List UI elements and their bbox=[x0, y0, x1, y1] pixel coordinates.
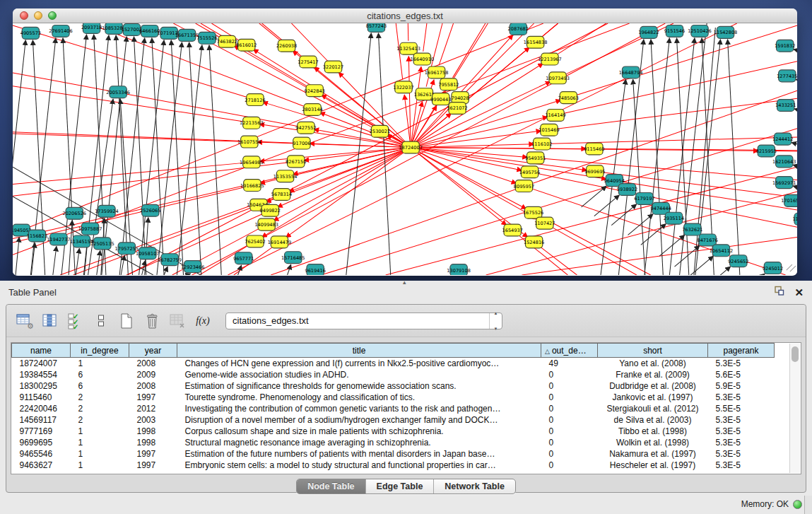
cell-short[interactable]: Hescheler et al. (1997) bbox=[598, 460, 708, 471]
graph-node[interactable]: 9699695 bbox=[584, 165, 605, 177]
graph-node[interactable]: 10654112 bbox=[710, 245, 734, 257]
graph-node[interactable]: 9499822 bbox=[260, 204, 281, 216]
cell-name[interactable]: 9777169 bbox=[12, 426, 71, 437]
graph-node[interactable]: 1433251 bbox=[775, 100, 796, 112]
graph-node[interactable]: 16210643 bbox=[772, 156, 796, 168]
table-row[interactable]: 1456911722003Disruption of a novel membe… bbox=[12, 414, 775, 426]
cell-pagerank[interactable]: 5.6E-5 bbox=[708, 369, 775, 380]
column-header-year[interactable]: year bbox=[129, 344, 177, 358]
graph-node[interactable]: 1156823 bbox=[27, 230, 47, 242]
graph-node[interactable]: 1591832 bbox=[775, 40, 795, 52]
tab-node-table[interactable]: Node Table bbox=[297, 479, 365, 493]
graph-node[interactable]: 7955812 bbox=[438, 78, 459, 90]
graph-node[interactable]: 9115460 bbox=[584, 143, 604, 155]
table-select-dropdown[interactable]: citations_edges.txt ▲▼ bbox=[225, 313, 502, 329]
graph-node[interactable]: 12923466 bbox=[181, 261, 205, 273]
graph-node[interactable]: 2526065 bbox=[140, 204, 160, 216]
cell-name[interactable]: 9699695 bbox=[12, 437, 71, 448]
table-vertical-scrollbar[interactable] bbox=[789, 344, 800, 473]
graph-node[interactable]: 20206526 bbox=[62, 207, 86, 219]
graph-node[interactable]: 8095957 bbox=[514, 180, 534, 192]
graph-node[interactable]: 1015469 bbox=[539, 124, 559, 136]
graph-node[interactable]: 5678314 bbox=[271, 189, 292, 201]
graph-node[interactable]: 917006 bbox=[293, 137, 310, 149]
cell-short[interactable]: Nakamura et al. (1997) bbox=[598, 448, 708, 460]
graph-node[interactable]: 2718126 bbox=[245, 94, 265, 106]
select-all-rows-icon[interactable]: ✓ ✓ ✓ bbox=[66, 310, 86, 332]
cell-title[interactable]: Tourette syndrome. Phenomenology and cla… bbox=[177, 392, 541, 403]
cell-in_degree[interactable]: 6 bbox=[71, 380, 129, 392]
cell-title[interactable]: Estimation of significance thresholds fo… bbox=[177, 380, 541, 392]
cell-in_degree[interactable]: 1 bbox=[71, 426, 129, 437]
table-row[interactable]: 977716911998Corpus callosum shape and si… bbox=[12, 426, 775, 437]
cell-pagerank[interactable]: 5.3E-5 bbox=[708, 460, 775, 471]
cell-name[interactable]: 9463627 bbox=[12, 460, 71, 471]
cell-title[interactable]: Structural magnetic resonance image aver… bbox=[177, 437, 541, 448]
graph-node[interactable]: 4905573 bbox=[20, 27, 41, 39]
graph-node[interactable]: 8577243 bbox=[366, 23, 387, 32]
graph-node[interactable]: 1277435 bbox=[777, 70, 797, 82]
cell-in_degree[interactable]: 1 bbox=[71, 358, 129, 369]
table-row[interactable]: 969969511998Structural magnetic resonanc… bbox=[12, 437, 775, 448]
graph-node[interactable]: 9245012 bbox=[763, 262, 783, 274]
tab-edge-table[interactable]: Edge Table bbox=[366, 479, 435, 493]
cell-pagerank[interactable]: 5.3E-5 bbox=[708, 392, 775, 403]
close-panel-icon[interactable]: ✕ bbox=[794, 287, 804, 298]
cell-name[interactable]: 9465546 bbox=[12, 448, 71, 460]
graph-node[interactable]: 8267150 bbox=[286, 156, 306, 168]
cell-out_degree[interactable]: 0 bbox=[541, 414, 598, 426]
graph-node[interactable]: 2803144 bbox=[302, 104, 322, 116]
cell-out_degree[interactable]: 49 bbox=[541, 358, 598, 369]
cell-name[interactable]: 14569117 bbox=[12, 414, 71, 426]
graph-node[interactable]: 9657771 bbox=[233, 252, 254, 264]
graph-node[interactable]: 16782759 bbox=[158, 254, 182, 266]
cell-short[interactable]: Jankovic et al. (1997) bbox=[598, 392, 708, 403]
table-row[interactable]: 2242004622012Investigating the contribut… bbox=[12, 403, 775, 414]
table-row[interactable]: 1938455462009Genome-wide association stu… bbox=[12, 369, 775, 380]
graph-node[interactable]: 9427552 bbox=[295, 122, 316, 134]
network-graph-svg[interactable]: 4905573276914062093718108532871527002646… bbox=[13, 23, 797, 275]
network-window-titlebar[interactable]: citations_edges.txt bbox=[13, 8, 797, 23]
status-bar-grip[interactable] bbox=[804, 496, 812, 514]
maximize-window-button[interactable] bbox=[48, 11, 57, 20]
cell-year[interactable]: 1997 bbox=[129, 392, 177, 403]
cell-pagerank[interactable]: 5.3E-5 bbox=[708, 358, 775, 369]
graph-node[interactable]: 12505135 bbox=[90, 238, 114, 250]
graph-node[interactable]: 14099483 bbox=[254, 218, 278, 230]
graph-node[interactable]: 15716485 bbox=[281, 252, 305, 264]
table-row[interactable]: 946554611997Estimation of the future num… bbox=[12, 448, 775, 460]
cell-short[interactable]: Dudbridge et al. (2008) bbox=[598, 380, 708, 392]
cell-pagerank[interactable]: 5.3E-5 bbox=[708, 448, 775, 460]
cell-out_degree[interactable]: 0 bbox=[541, 369, 598, 380]
table-row[interactable]: 1830029562008Estimation of significance … bbox=[12, 380, 775, 392]
graph-node[interactable]: 1107427 bbox=[534, 217, 555, 229]
graph-node[interactable]: 16671355 bbox=[175, 29, 199, 41]
new-table-icon[interactable] bbox=[117, 310, 136, 332]
cell-out_degree[interactable]: 0 bbox=[541, 448, 598, 460]
graph-node[interactable]: 11542808 bbox=[714, 26, 738, 38]
graph-node[interactable]: 8471676 bbox=[697, 234, 717, 246]
cell-out_degree[interactable]: 0 bbox=[541, 460, 598, 471]
cell-short[interactable]: Tibbo et al. (1998) bbox=[598, 426, 708, 437]
cell-year[interactable]: 2008 bbox=[129, 380, 177, 392]
cell-year[interactable]: 2008 bbox=[129, 358, 177, 369]
graph-node[interactable]: 9151546 bbox=[664, 25, 685, 37]
float-panel-icon[interactable] bbox=[774, 286, 784, 299]
graph-node[interactable]: 7632621 bbox=[682, 223, 702, 235]
cell-in_degree[interactable]: 1 bbox=[71, 437, 129, 448]
cell-in_degree[interactable]: 1 bbox=[71, 448, 129, 460]
graph-node[interactable]: 13079108 bbox=[447, 264, 471, 275]
graph-node[interactable]: 19166825 bbox=[240, 180, 264, 192]
graph-node[interactable]: 16640910 bbox=[411, 53, 435, 65]
rows-icon[interactable] bbox=[91, 310, 111, 332]
cell-in_degree[interactable]: 2 bbox=[71, 403, 129, 414]
graph-node[interactable]: 2530021 bbox=[370, 125, 390, 137]
graph-node[interactable]: 6179197 bbox=[634, 192, 654, 204]
graph-node[interactable]: 2935114 bbox=[664, 212, 684, 224]
graph-node[interactable]: 16107554 bbox=[237, 136, 261, 148]
graph-node[interactable]: 1654937 bbox=[502, 224, 523, 236]
graph-node[interactable]: 16961758 bbox=[425, 66, 449, 78]
cell-title[interactable]: Investigating the contribution of common… bbox=[177, 403, 541, 414]
cell-out_degree[interactable]: 0 bbox=[541, 426, 598, 437]
cell-short[interactable]: Franke et al. (2009) bbox=[598, 369, 708, 380]
